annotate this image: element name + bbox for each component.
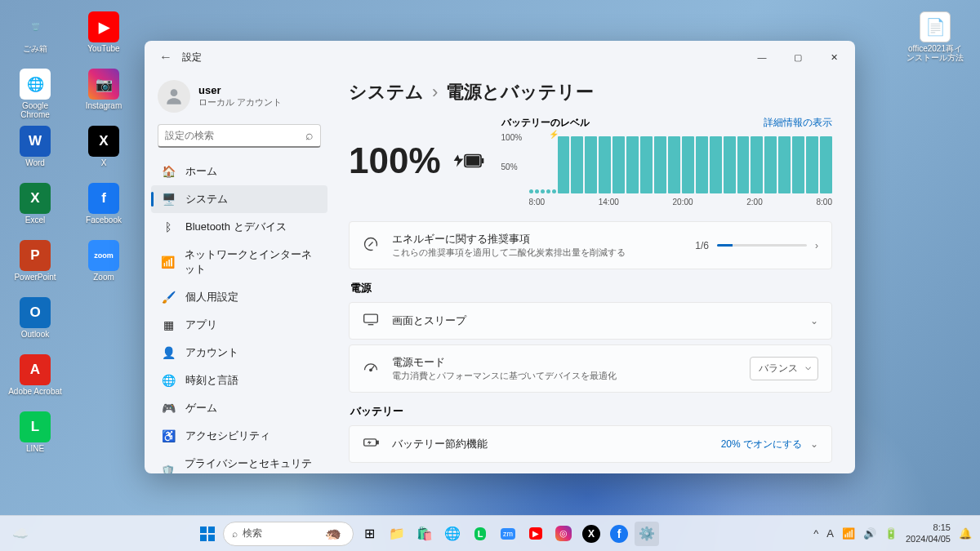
chart-bar	[558, 136, 570, 193]
notifications-button[interactable]: 🔔	[959, 527, 972, 540]
breadcrumb-parent[interactable]: システム	[349, 80, 424, 104]
taskbar-app-facebook[interactable]: f	[607, 522, 631, 546]
chart-bar	[778, 136, 791, 193]
taskbar-app-instagram[interactable]: ◎	[551, 522, 576, 546]
desktop-icon-label: YouTube	[87, 44, 119, 53]
svg-rect-4	[364, 314, 378, 322]
screen-sleep-card[interactable]: 画面とスリープ ⌄	[349, 302, 832, 340]
nav-label: プライバシーとセキュリティ	[185, 456, 318, 473]
taskbar-app-zoom[interactable]: zm	[496, 522, 520, 546]
wifi-icon[interactable]: 📶	[842, 527, 855, 540]
minimize-button[interactable]: —	[744, 44, 780, 70]
desktop-icon[interactable]: fFacebook	[75, 180, 132, 235]
desktop-icon[interactable]: PPowerPoint	[7, 237, 64, 292]
sidebar-item-ネットワークとインターネット[interactable]: 📶ネットワークとインターネット	[151, 241, 327, 283]
desktop-icon[interactable]: 🗑️ごみ箱	[7, 8, 64, 64]
svg-rect-7	[377, 441, 379, 443]
user-account-row[interactable]: user ローカル アカウント	[151, 73, 327, 124]
sidebar-item-ゲーム[interactable]: 🎮ゲーム	[151, 394, 327, 422]
chart-bar	[535, 189, 539, 193]
sidebar-item-アプリ[interactable]: ▦アプリ	[151, 311, 327, 339]
desktop-icon[interactable]: OOutlook	[7, 294, 64, 349]
app-icon: L	[20, 411, 51, 442]
taskbar-app-line[interactable]: L	[468, 522, 492, 546]
start-button[interactable]	[195, 522, 220, 546]
weather-widget[interactable]: ☁️	[8, 522, 33, 546]
desktop-icon-label: Google Chrome	[7, 101, 64, 119]
tray-overflow-button[interactable]: ^	[813, 527, 818, 540]
battery-percentage: 100%	[349, 140, 441, 181]
maximize-button[interactable]: ▢	[780, 44, 816, 70]
power-mode-card[interactable]: 電源モード 電力消費とパフォーマンスに基づいてデバイスを最適化 バランス	[349, 344, 832, 393]
settings-search[interactable]: ⌕	[158, 124, 321, 148]
settings-window: ← 設定 — ▢ ✕ user ローカル アカウント ⌕ 🏠ホーム🖥️システムᛒ…	[145, 41, 855, 473]
desktop-icon-label: office2021再インストール方法	[906, 44, 964, 62]
breadcrumb-current: 電源とバッテリー	[446, 80, 594, 104]
sidebar-item-時刻と言語[interactable]: 🌐時刻と言語	[151, 367, 327, 394]
desktop-icon[interactable]: AAdobe Acrobat	[7, 351, 64, 407]
desktop-icon-label: PowerPoint	[14, 273, 56, 282]
sidebar-item-アクセシビリティ[interactable]: ♿アクセシビリティ	[151, 422, 327, 450]
app-icon: A	[20, 354, 51, 385]
desktop-icon-office-reinstall[interactable]: 📄 office2021再インストール方法	[906, 8, 964, 64]
sidebar-item-システム[interactable]: 🖥️システム	[151, 185, 327, 213]
section-power-heading: 電源	[350, 281, 832, 295]
taskbar-app-chrome[interactable]: 🌐	[440, 522, 465, 546]
settings-content: システム › 電源とバッテリー 100% バッテリーのレベル	[334, 73, 855, 473]
nav-label: アクセシビリティ	[185, 429, 270, 443]
card-title: 電源モード	[392, 355, 738, 370]
desktop-icon[interactable]: zoomZoom	[75, 237, 132, 292]
clock-time: 8:15	[906, 522, 951, 533]
desktop-icon[interactable]: LLINE	[7, 408, 64, 464]
taskbar-app-settings[interactable]: ⚙️	[635, 522, 659, 546]
sidebar-item-個人用設定[interactable]: 🖌️個人用設定	[151, 283, 327, 311]
card-title: エネルギーに関する推奨事項	[392, 232, 684, 247]
chevron-down-icon: ⌄	[810, 438, 818, 450]
battery-saver-card[interactable]: バッテリー節約機能 20% でオンにする ⌄	[349, 425, 832, 463]
search-input[interactable]	[165, 130, 305, 141]
breadcrumb: システム › 電源とバッテリー	[349, 80, 832, 104]
battery-tray-icon[interactable]: 🔋	[884, 527, 898, 540]
svg-rect-11	[208, 535, 215, 541]
power-mode-select[interactable]: バランス	[750, 357, 818, 380]
chart-bar	[654, 136, 666, 193]
taskbar-app-youtube[interactable]: ▶	[523, 522, 548, 546]
ime-indicator[interactable]: A	[826, 527, 834, 540]
desktop-icon[interactable]: XX	[75, 122, 132, 178]
chart-bar	[612, 136, 625, 193]
x-tick: 8:00	[816, 198, 831, 207]
desktop-icon[interactable]: ▶YouTube	[75, 8, 132, 64]
leaf-icon	[363, 236, 381, 256]
chart-bar	[541, 189, 545, 193]
sidebar-item-Bluetooth とデバイス[interactable]: ᛒBluetooth とデバイス	[151, 213, 327, 241]
chart-detail-link[interactable]: 詳細情報の表示	[764, 116, 832, 130]
app-icon: f	[88, 183, 119, 214]
settings-sidebar: user ローカル アカウント ⌕ 🏠ホーム🖥️システムᛒBluetooth と…	[145, 73, 334, 473]
task-view-button[interactable]: ⊞	[357, 522, 381, 546]
sidebar-item-プライバシーとセキュリティ[interactable]: 🛡️プライバシーとセキュリティ	[151, 450, 327, 473]
desktop-icon[interactable]: 🌐Google Chrome	[7, 65, 64, 121]
nav-label: アカウント	[185, 345, 238, 360]
sidebar-item-アカウント[interactable]: 👤アカウント	[151, 339, 327, 367]
breadcrumb-separator: ›	[432, 82, 438, 103]
desktop-icon[interactable]: WWord	[7, 122, 64, 178]
taskbar-app-x[interactable]: X	[579, 522, 604, 546]
energy-recommendations-card[interactable]: エネルギーに関する推奨事項 これらの推奨事項を適用して二酸化炭素排出量を削減する…	[349, 221, 832, 269]
taskbar-app-store[interactable]: 🛍️	[412, 522, 437, 546]
desktop-icon-label: LINE	[26, 444, 44, 453]
chart-bar	[806, 136, 818, 193]
taskbar-clock[interactable]: 8:15 2024/04/05	[906, 522, 951, 544]
taskbar-app-explorer[interactable]: 📁	[385, 522, 409, 546]
taskbar-search[interactable]: ⌕ 検索 🦔	[223, 522, 354, 546]
desktop-icon[interactable]: XExcel	[7, 180, 64, 235]
app-icon: zoom	[88, 240, 119, 271]
sidebar-item-ホーム[interactable]: 🏠ホーム	[151, 158, 327, 185]
desktop-icons-area: 🗑️ごみ箱🌐Google ChromeWWordXExcelPPowerPoin…	[7, 8, 137, 465]
back-button[interactable]: ←	[154, 50, 177, 64]
x-tick: 8:00	[529, 198, 545, 207]
battery-saver-icon	[363, 436, 381, 452]
volume-icon[interactable]: 🔊	[863, 527, 876, 540]
desktop-icon[interactable]: 📷Instagram	[75, 65, 132, 121]
nav-icon: 🖌️	[161, 290, 176, 304]
close-button[interactable]: ✕	[816, 44, 852, 70]
